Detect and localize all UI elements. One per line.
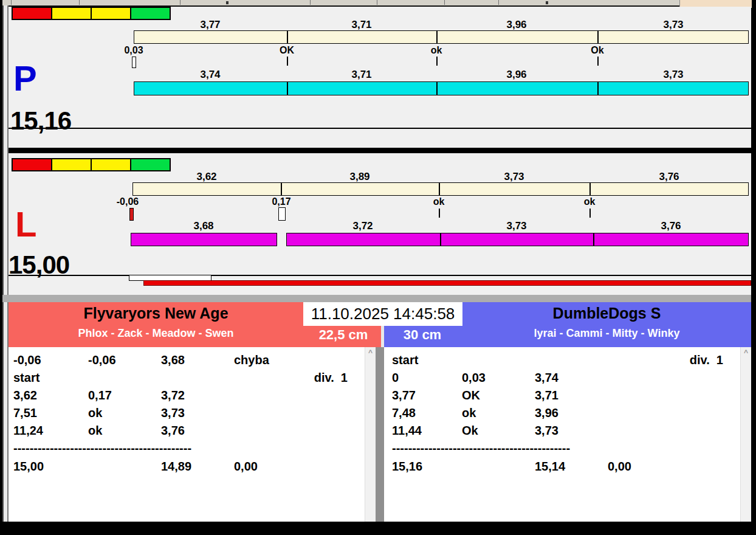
toolbar-glyph xyxy=(226,1,229,4)
lane-l-letter: L xyxy=(15,207,36,242)
checkpoint-label: Ok xyxy=(564,45,631,56)
team-left-jump-height: 22,5 cm xyxy=(307,327,380,343)
cell: 3,76 xyxy=(161,424,185,438)
bar-divider xyxy=(597,81,599,95)
table-row: 11,24 ok 3,76 xyxy=(9,424,376,440)
table-row: start div. 1 xyxy=(9,371,376,387)
panel-top-strip xyxy=(2,295,751,302)
table-row: 11,44 Ok 3,73 xyxy=(384,424,751,440)
cell: 3,72 xyxy=(161,388,185,402)
split-time-label: 3,89 xyxy=(326,171,393,183)
table-row: 3,62 0,17 3,72 xyxy=(9,388,376,404)
split-time-label: 3,76 xyxy=(637,220,704,232)
cell: 3,77 xyxy=(392,388,416,402)
total-time: 15,16 xyxy=(392,460,422,474)
table-row: 0 0,03 3,74 xyxy=(384,371,751,387)
cell: 0,03 xyxy=(462,371,486,385)
cell: ok xyxy=(88,424,102,438)
team-right-dogs: lyrai - Cammi - Mitty - Winky xyxy=(462,327,751,340)
lane-p-letter: P xyxy=(13,61,37,96)
cell: 3,71 xyxy=(535,388,558,402)
table-row: 7,51 ok 3,73 xyxy=(9,406,376,422)
clean-time: 15,14 xyxy=(535,460,565,474)
bar-divider xyxy=(281,182,282,196)
race-progress-bar xyxy=(143,280,751,286)
bar-divider xyxy=(593,233,594,246)
cell: ok xyxy=(462,406,476,420)
lane-l-total-time: 15,00 xyxy=(9,252,69,278)
split-bar-lane-l xyxy=(286,233,749,246)
cell: 3,62 xyxy=(13,388,37,402)
split-time-label: 3,72 xyxy=(329,220,396,232)
table-row: 7,48 ok 3,96 xyxy=(384,406,751,422)
cell: 3,74 xyxy=(535,371,558,385)
split-time-label: 3,68 xyxy=(170,220,237,232)
lane-p-total-time: 15,16 xyxy=(10,108,71,134)
light-chip-yellow xyxy=(91,158,131,171)
split-time-label: 3,71 xyxy=(328,69,395,81)
table-separator: ----------------------------------------… xyxy=(13,441,191,455)
table-separator: ----------------------------------------… xyxy=(392,441,570,455)
toolbar-divider xyxy=(310,0,311,5)
bar-divider xyxy=(589,182,591,196)
light-chip-yellow xyxy=(51,158,92,171)
table-row: 3,77 OK 3,71 xyxy=(384,388,751,404)
timing-display-window: 3,77 3,71 3,96 3,73 0,03 OK ok Ok 3,74 3… xyxy=(0,0,756,535)
cell: 0,17 xyxy=(88,388,112,402)
checkpoint-tick xyxy=(439,209,440,218)
light-chip-yellow xyxy=(91,7,131,20)
toolbar-divider xyxy=(444,0,445,5)
bar-divider xyxy=(597,30,599,44)
light-chip-red xyxy=(12,158,52,171)
toolbar-glyph xyxy=(546,1,548,4)
cell: chyba xyxy=(234,353,269,367)
cell: 3,73 xyxy=(161,406,185,420)
split-bar-opponent xyxy=(134,30,749,44)
light-chip-red xyxy=(12,7,52,20)
cell: ok xyxy=(88,406,102,420)
bar-divider xyxy=(436,81,438,95)
split-time-label: 3,77 xyxy=(177,19,244,31)
cell: 7,51 xyxy=(13,406,37,420)
total-time: 15,00 xyxy=(13,460,44,474)
team-left-name: Flyvaryors New Age xyxy=(9,305,303,322)
toolbar-divider xyxy=(79,0,80,5)
split-time-label: 3,96 xyxy=(483,19,550,31)
split-time-label: 3,62 xyxy=(173,171,240,183)
fault-marker xyxy=(129,208,134,221)
toolbar-divider xyxy=(377,0,377,5)
checkpoint-label: ok xyxy=(405,196,472,207)
bar-divider xyxy=(287,81,288,95)
division-label: div. 1 xyxy=(275,371,348,385)
checkpoint-label: OK xyxy=(253,45,320,56)
team-right-jump-height: 30 cm xyxy=(389,327,456,343)
division-label: div. 1 xyxy=(650,353,723,367)
split-time-label: 3,73 xyxy=(483,220,550,232)
table-totals-row: 15,00 14,89 0,00 xyxy=(9,460,376,475)
cell: -0,06 xyxy=(13,353,41,367)
cell: 3,68 xyxy=(161,353,185,367)
bar-divider xyxy=(287,30,288,44)
cell: 11,24 xyxy=(13,424,43,438)
section-rule xyxy=(9,275,751,276)
split-bar-opponent xyxy=(132,182,749,196)
checkpoint-label: 0,03 xyxy=(100,45,167,56)
team-right-name: DumbleDogs S xyxy=(462,305,751,322)
bar-divider xyxy=(436,30,438,44)
split-time-label: 3,76 xyxy=(636,171,703,183)
checkpoint-tick xyxy=(597,57,599,66)
penalty-time: 0,00 xyxy=(234,460,258,474)
timestamp: 11.10.2025 14:45:58 xyxy=(303,302,462,326)
team-left-dogs: Phlox - Zack - Meadow - Swen xyxy=(9,327,303,340)
cell: start xyxy=(392,353,418,367)
cell: Ok xyxy=(462,424,478,438)
pass-marker xyxy=(278,207,286,221)
bar-divider xyxy=(440,233,441,246)
checkpoint-tick xyxy=(287,57,288,66)
light-chip-green xyxy=(130,158,171,171)
cell: 11,44 xyxy=(392,424,422,438)
cell: 7,48 xyxy=(392,406,416,420)
cell: 3,73 xyxy=(535,424,558,438)
background-toolbar-fragment[interactable] xyxy=(2,0,679,7)
section-divider xyxy=(9,148,751,153)
